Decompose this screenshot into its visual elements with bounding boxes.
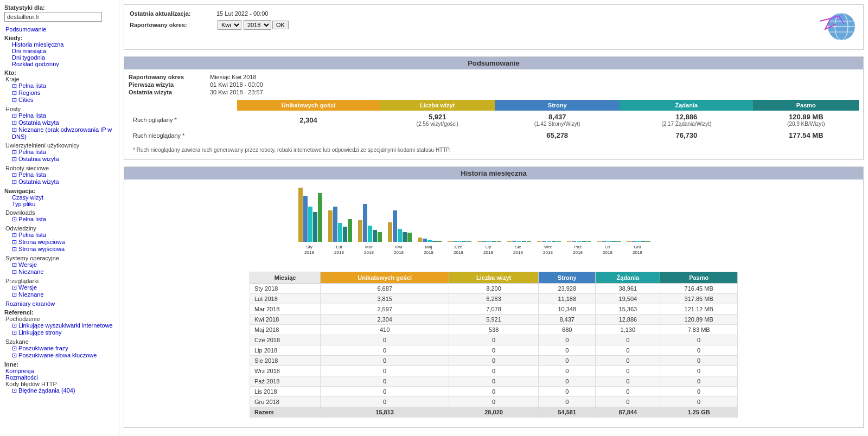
svg-text:2018: 2018 <box>424 250 433 255</box>
last-visit-label: Ostatnia wizyta <box>129 89 210 95</box>
sidebar-item-full-list-hosts[interactable]: ⊡ Pełna lista <box>4 112 114 119</box>
sidebar-item-cities[interactable]: ⊡ Cities <box>4 97 114 104</box>
svg-text:Lis: Lis <box>605 245 610 249</box>
row2-label: Ruch nieoglądany * <box>129 129 237 142</box>
monthly-title: Historia miesięczna <box>124 167 863 179</box>
sidebar-item-hourly[interactable]: Rozkład godzinny <box>4 61 114 67</box>
sidebar-item-compression[interactable]: Kompresja <box>4 368 114 374</box>
svg-rect-76 <box>602 241 606 242</box>
svg-rect-75 <box>597 241 601 242</box>
sidebar-search-label: Szukane <box>4 338 114 345</box>
total-label: Razem <box>250 407 321 418</box>
svg-text:2018: 2018 <box>483 250 493 255</box>
col-bandwidth-header: Pasmo <box>753 100 859 111</box>
sidebar-item-unknown-hosts[interactable]: ⊡ Nieznane (brak odwzorowania IP w DNS) <box>4 126 114 140</box>
sidebar-item-entry-page[interactable]: ⊡ Strona wejściowa <box>4 239 114 246</box>
period-year-select[interactable]: 2018 <box>244 20 271 30</box>
col-requests-header: Żądania <box>620 100 753 111</box>
total-pages: 54,581 <box>539 407 596 418</box>
ok-button[interactable]: OK <box>272 21 289 29</box>
summary-info: Raportowany okres Miesiąc Kwi 2018 Pierw… <box>129 74 859 95</box>
sidebar-other-label: Inne: <box>4 361 18 368</box>
sidebar-item-screen-sizes[interactable]: Rozmiary ekranów <box>4 300 114 307</box>
svg-rect-5 <box>298 188 303 242</box>
sidebar-item-last-visit-auth[interactable]: ⊡ Ostatnia wizyta <box>4 156 114 163</box>
svg-rect-54 <box>507 241 512 242</box>
sidebar-item-keywords[interactable]: ⊡ Poszukiwane słowa kluczowe <box>4 352 114 359</box>
sidebar-item-phrases[interactable]: ⊡ Poszukiwane frazy <box>4 345 114 352</box>
header-info: Ostatnia aktualizacja: 15 Lut 2022 - 00:… <box>130 10 814 33</box>
svg-rect-47 <box>477 241 482 242</box>
svg-rect-48 <box>482 241 487 242</box>
th-visits: Liczba wizyt <box>449 272 539 284</box>
svg-rect-70 <box>577 241 581 242</box>
svg-text:Sty: Sty <box>306 245 312 249</box>
svg-rect-64 <box>552 241 556 242</box>
table-row: Paź 2018 0 0 0 0 0 <box>250 376 738 387</box>
svg-text:2018: 2018 <box>573 250 583 255</box>
row1-requests: 12,886 (2.17 Żądania/Wizyt) <box>620 111 753 129</box>
sidebar-item-regions[interactable]: ⊡ Regions <box>4 89 114 97</box>
svg-rect-35 <box>427 240 432 242</box>
col-pages-header: Strony <box>495 100 620 111</box>
svg-text:2018: 2018 <box>513 250 523 255</box>
svg-rect-29 <box>403 232 407 242</box>
svg-rect-83 <box>631 241 636 242</box>
svg-text:2018: 2018 <box>543 250 553 255</box>
sidebar-item-summary[interactable]: Podsumowanie <box>4 26 114 33</box>
col-visits-header: Liczba wizyt <box>380 100 495 111</box>
svg-rect-84 <box>636 241 641 242</box>
sidebar-item-search-engines[interactable]: ⊡ Linkujące wyszukiwarki internetowe <box>4 322 114 329</box>
sidebar-item-linking-pages[interactable]: ⊡ Linkujące strony <box>4 329 114 336</box>
sidebar-item-days-of-week[interactable]: Dni tygodnia <box>4 54 114 61</box>
svg-rect-61 <box>537 241 541 242</box>
monthly-section: Historia miesięczna Sty2018Lut2018Mar201… <box>124 166 864 428</box>
sidebar-item-full-list-exits[interactable]: ⊡ Pełna lista <box>4 232 114 239</box>
sidebar-item-full-list-robots[interactable]: ⊡ Pełna lista <box>4 171 114 178</box>
sidebar-item-os-unknown[interactable]: ⊡ Nieznane <box>4 268 114 275</box>
sidebar-item-misc[interactable]: Rozmaitości <box>4 374 114 381</box>
sidebar-item-full-list-countries[interactable]: ⊡ Pełna lista <box>4 82 114 89</box>
svg-rect-22 <box>373 230 377 242</box>
svg-rect-36 <box>432 241 437 242</box>
row2-pages: 65,278 <box>495 129 620 142</box>
svg-text:2018: 2018 <box>364 250 374 255</box>
sidebar-item-404[interactable]: ⊡ Błędne żądania (404) <box>4 387 114 394</box>
row1-bandwidth: 120.89 MB (20.9 KB/Wizyt) <box>753 111 859 129</box>
svg-rect-72 <box>586 241 591 242</box>
svg-text:Mar: Mar <box>365 245 373 249</box>
sidebar-nav-label: Nawigacja: <box>4 188 35 194</box>
table-row: Cze 2018 0 0 0 0 0 <box>250 335 738 345</box>
sidebar-item-last-visit-robots[interactable]: ⊡ Ostatnia wizyta <box>4 178 114 185</box>
sidebar-item-browser-versions[interactable]: ⊡ Wersje <box>4 284 114 291</box>
th-pages: Strony <box>539 272 596 284</box>
sidebar-item-visit-times[interactable]: Czasy wizyt <box>4 194 114 201</box>
svg-rect-65 <box>557 241 561 242</box>
sidebar-item-full-list-downloads[interactable]: ⊡ Pełna lista <box>4 216 114 223</box>
sidebar-item-monthly-history[interactable]: Historia miesięczna <box>4 41 114 48</box>
period-month-select[interactable]: Kwi <box>218 20 241 30</box>
table-row: Lip 2018 0 0 0 0 0 <box>250 345 738 356</box>
sidebar-item-days-of-month[interactable]: Dni miesiąca <box>4 48 114 54</box>
sidebar-item-file-type[interactable]: Typ pliku <box>4 201 114 207</box>
table-row: Lut 2018 3,815 6,283 11,188 19,504 317.8… <box>250 294 738 304</box>
svg-rect-40 <box>448 241 452 242</box>
sidebar-item-browser-unknown[interactable]: ⊡ Nieznane <box>4 291 114 298</box>
sidebar-item-os-versions[interactable]: ⊡ Wersje <box>4 261 114 268</box>
sidebar-item-exit-page[interactable]: ⊡ Strona wyjściowa <box>4 246 114 253</box>
sidebar-when-label: Kiedy: <box>4 35 23 41</box>
globe-logo <box>814 10 858 44</box>
row2-bandwidth: 177.54 MB <box>753 129 859 142</box>
sidebar-exits-label: Odwiedziny <box>4 225 114 232</box>
header-area: Ostatnia aktualizacja: 15 Lut 2022 - 00:… <box>124 4 864 50</box>
first-visit-label: Pierwsza wizyta <box>129 81 210 88</box>
sidebar-item-last-visit-hosts[interactable]: ⊡ Ostatnia wizyta <box>4 119 114 126</box>
svg-rect-63 <box>547 241 551 242</box>
th-month: Miesiąc <box>250 272 321 284</box>
svg-rect-58 <box>527 241 531 242</box>
svg-rect-86 <box>646 241 650 242</box>
svg-rect-9 <box>318 193 322 242</box>
sidebar-item-full-list-auth[interactable]: ⊡ Pełna lista <box>4 149 114 156</box>
row1-pages: 8,437 (1.42 Strony/Wizyt) <box>495 111 620 129</box>
svg-text:2018: 2018 <box>334 250 344 255</box>
